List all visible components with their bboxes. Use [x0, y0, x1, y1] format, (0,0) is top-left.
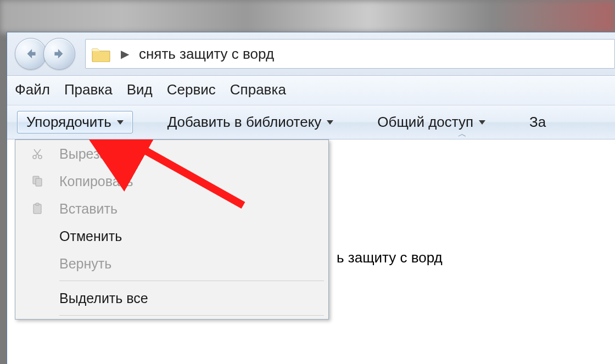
menu-item-paste[interactable]: Вставить [15, 195, 328, 222]
chevron-up-icon[interactable]: ︿ [458, 128, 467, 140]
menu-item-copy[interactable]: Копировать [15, 167, 328, 195]
menu-item-label: Вставить [59, 201, 118, 217]
menu-item-redo[interactable]: Вернуть [15, 250, 328, 277]
chevron-down-icon [479, 120, 485, 125]
menu-item-label: Вернуть [59, 256, 111, 272]
share-button[interactable]: Общий доступ [368, 111, 495, 133]
menu-item-label: Отменить [59, 228, 122, 244]
toolbar-truncated-button[interactable]: За [520, 111, 555, 133]
svg-rect-3 [36, 178, 42, 186]
toolbar: Упорядочить Добавить в библиотеку Общий … [7, 105, 615, 139]
nav-buttons [15, 38, 75, 70]
arrow-right-icon [52, 47, 66, 61]
menu-item-cut[interactable]: Вырезать [15, 140, 328, 167]
menu-view[interactable]: Вид [127, 81, 153, 98]
folder-icon [91, 46, 111, 62]
toolbar-truncated-label: За [529, 114, 546, 131]
organize-label: Упорядочить [26, 114, 111, 131]
menu-edit[interactable]: Правка [64, 81, 113, 98]
back-button[interactable] [15, 38, 47, 70]
menu-item-label: Вырезать [59, 146, 120, 162]
menu-item-label: Выделить все [59, 290, 148, 306]
svg-rect-5 [36, 203, 39, 205]
nav-row: ▶ снять защиту с ворд [7, 32, 615, 76]
breadcrumb-separator-icon: ▶ [121, 47, 129, 60]
content-area: ь защиту с ворд Вырезать Копировать Вста… [7, 139, 615, 364]
desktop-blur-background [0, 0, 615, 33]
menu-tools[interactable]: Сервис [167, 81, 216, 98]
add-library-label: Добавить в библиотеку [167, 114, 322, 131]
file-name-fragment: ь защиту с ворд [337, 249, 443, 266]
forward-button[interactable] [43, 38, 75, 70]
scissors-icon [15, 147, 59, 160]
chevron-down-icon [327, 120, 333, 125]
add-to-library-button[interactable]: Добавить в библиотеку [158, 111, 343, 133]
menu-help[interactable]: Справка [230, 81, 286, 98]
menu-bar: Файл Правка Вид Сервис Справка [7, 76, 615, 105]
chevron-down-icon [117, 120, 124, 125]
menu-separator [59, 281, 324, 281]
breadcrumb-current: снять защиту с ворд [139, 46, 274, 63]
organize-button[interactable]: Упорядочить [17, 111, 133, 133]
address-bar[interactable]: ▶ снять защиту с ворд [85, 39, 615, 69]
menu-item-select-all[interactable]: Выделить все [15, 284, 328, 312]
menu-item-undo[interactable]: Отменить [15, 222, 328, 250]
arrow-left-icon [24, 47, 38, 61]
menu-file[interactable]: Файл [15, 81, 50, 98]
svg-rect-4 [33, 204, 41, 214]
copy-icon [15, 175, 59, 188]
explorer-window: ▶ снять защиту с ворд Файл Правка Вид Се… [7, 32, 615, 364]
clipboard-icon [15, 202, 59, 215]
menu-item-label: Копировать [59, 173, 133, 189]
organize-dropdown: Вырезать Копировать Вставить Отменить [15, 139, 329, 320]
menu-separator [59, 315, 324, 316]
